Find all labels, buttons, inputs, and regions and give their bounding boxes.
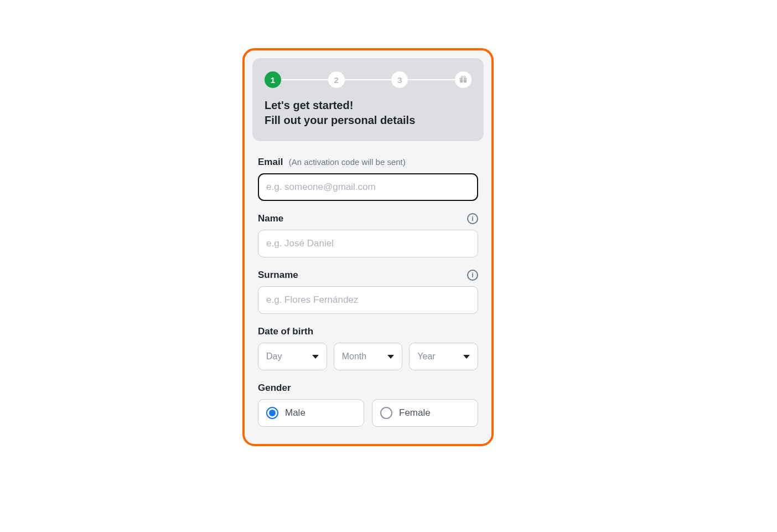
- email-hint: (An activation code will be sent): [289, 157, 406, 167]
- step-final-gift: [455, 71, 472, 88]
- name-field-group: Name i: [258, 213, 478, 257]
- name-label: Name: [258, 213, 283, 224]
- dob-field-group: Date of birth Day Month Year: [258, 326, 478, 370]
- step-3: 3: [391, 71, 408, 88]
- info-icon[interactable]: i: [467, 270, 478, 281]
- surname-input[interactable]: [258, 286, 478, 314]
- email-label-row: Email (An activation code will be sent): [258, 157, 478, 168]
- gender-female-label: Female: [399, 407, 431, 419]
- surname-label: Surname: [258, 270, 298, 281]
- name-label-row: Name i: [258, 213, 478, 224]
- stepper-title-line-2: Fill out your personal details: [265, 114, 415, 126]
- gender-label: Gender: [258, 383, 291, 394]
- chevron-down-icon: [312, 355, 319, 359]
- surname-field-group: Surname i: [258, 270, 478, 314]
- email-field-group: Email (An activation code will be sent): [258, 157, 478, 201]
- gender-label-row: Gender: [258, 383, 478, 394]
- email-label: Email: [258, 157, 283, 167]
- svg-point-4: [461, 76, 463, 78]
- chevron-down-icon: [463, 355, 470, 359]
- chevron-down-icon: [387, 355, 394, 359]
- gift-icon: [459, 75, 468, 84]
- svg-rect-0: [460, 79, 463, 82]
- surname-label-row: Surname i: [258, 270, 478, 281]
- name-input[interactable]: [258, 230, 478, 257]
- signup-card: 1 2 3 Let's get started! Fill out your p…: [242, 48, 494, 446]
- dob-label-row: Date of birth: [258, 326, 478, 337]
- dob-day-value: Day: [266, 352, 282, 361]
- email-label-wrap: Email (An activation code will be sent): [258, 157, 406, 168]
- gender-female-option[interactable]: Female: [372, 399, 478, 427]
- info-icon[interactable]: i: [467, 213, 478, 224]
- dob-month-value: Month: [342, 352, 366, 361]
- svg-rect-1: [464, 79, 467, 82]
- dob-selects: Day Month Year: [258, 343, 478, 370]
- svg-rect-3: [464, 78, 467, 79]
- dob-label: Date of birth: [258, 326, 313, 337]
- radio-icon: [266, 407, 278, 419]
- step-connector: [345, 79, 392, 80]
- step-connector: [281, 79, 328, 80]
- dob-day-select[interactable]: Day: [258, 343, 327, 370]
- step-connector: [408, 79, 455, 80]
- dob-year-select[interactable]: Year: [409, 343, 478, 370]
- dob-month-select[interactable]: Month: [334, 343, 403, 370]
- stepper-title-line-1: Let's get started!: [265, 99, 353, 111]
- gender-options: Male Female: [258, 399, 478, 427]
- email-input[interactable]: [258, 173, 478, 201]
- form-body: Email (An activation code will be sent) …: [252, 157, 484, 427]
- stepper-title: Let's get started! Fill out your persona…: [265, 98, 472, 128]
- dob-year-value: Year: [417, 352, 435, 361]
- svg-rect-2: [459, 78, 463, 79]
- stepper-header: 1 2 3 Let's get started! Fill out your p…: [252, 58, 484, 141]
- step-1: 1: [265, 71, 281, 88]
- radio-dot-icon: [269, 410, 276, 416]
- gender-male-label: Male: [285, 407, 305, 419]
- radio-icon: [380, 407, 392, 419]
- gender-field-group: Gender Male Female: [258, 383, 478, 427]
- progress-steps: 1 2 3: [265, 71, 472, 88]
- step-2: 2: [328, 71, 345, 88]
- svg-point-5: [464, 76, 465, 78]
- gender-male-option[interactable]: Male: [258, 399, 364, 427]
